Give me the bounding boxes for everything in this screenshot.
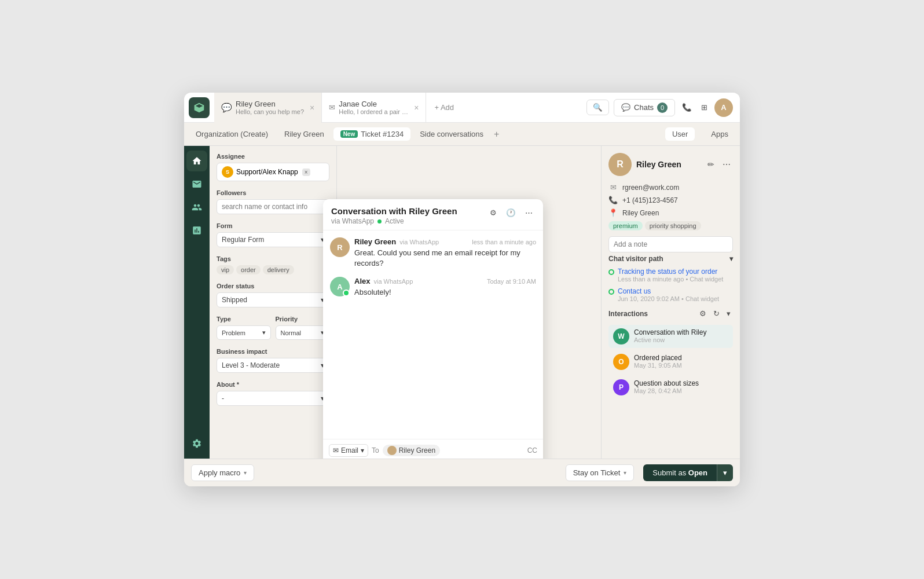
add-tab-button[interactable]: + Add	[426, 103, 462, 112]
compose-type-caret: ▾	[361, 446, 364, 455]
msg-time-0: less than a minute ago	[472, 239, 536, 245]
conv-history-icon[interactable]: 🕐	[504, 206, 518, 219]
nav-tab-add-button[interactable]: +	[494, 129, 499, 140]
type-select[interactable]: Problem ▾	[217, 325, 271, 340]
stay-on-ticket-button[interactable]: Stay on Ticket ▾	[566, 464, 635, 481]
order-status-label: Order status	[217, 283, 329, 290]
nav-tab-apps[interactable]: Apps	[704, 127, 735, 141]
cc-button[interactable]: CC	[527, 446, 537, 455]
user-location: Riley Green	[622, 209, 659, 217]
nav-tab-side-conversations[interactable]: Side conversations	[413, 127, 490, 141]
sidebar-reports[interactable]	[186, 220, 207, 241]
nav-tab-riley-label: Riley Green	[284, 130, 324, 138]
right-user-name: Riley Green	[636, 160, 681, 169]
nav-tab-ticket[interactable]: New Ticket #1234	[333, 127, 411, 141]
interactions-refresh-icon[interactable]: ↻	[711, 307, 722, 320]
search-button[interactable]: 🔍	[586, 100, 609, 115]
tab-name-janae: Janae Cole	[339, 100, 408, 108]
conv-channel: via WhatsApp	[331, 217, 374, 225]
about-select[interactable]: - ▾	[217, 391, 329, 406]
interaction-meta-2: May 28, 0:42 AM	[634, 387, 728, 394]
interaction-riley-conv[interactable]: W Conversation with Riley Active now	[608, 325, 733, 348]
msg-avatar-riley: R	[330, 237, 350, 257]
macro-label: Apply macro	[199, 468, 240, 477]
conv-status: Active	[385, 217, 404, 225]
msg-time-1: Today at 9:10 AM	[487, 278, 536, 285]
order-status-select[interactable]: Shipped ▾	[217, 292, 329, 307]
nav-tab-user[interactable]: User	[665, 127, 695, 141]
msg-sender-0: Riley Green	[354, 237, 396, 246]
sidebar-contacts[interactable]	[186, 197, 207, 218]
interaction-ordered[interactable]: O Ordered placed May 31, 9:05 AM	[608, 350, 733, 373]
stay-caret-icon: ▾	[624, 470, 626, 476]
tab-janae-cole[interactable]: ✉ Janae Cole Hello, I ordered a pair o..…	[322, 93, 426, 123]
recipient-tag[interactable]: Riley Green	[383, 445, 440, 456]
business-impact-value: Level 3 - Moderate	[222, 361, 280, 369]
conv-more-icon[interactable]: ⋯	[523, 206, 535, 219]
more-user-button[interactable]: ⋯	[720, 157, 733, 171]
tags-label: Tags	[217, 255, 329, 262]
to-label: To	[372, 446, 379, 455]
path-link-0[interactable]: Tracking the status of your order	[618, 267, 723, 276]
submit-button[interactable]: Submit as Open	[643, 464, 717, 481]
nav-tab-riley[interactable]: Riley Green	[277, 127, 331, 141]
followers-input[interactable]	[217, 199, 329, 214]
tab-riley-green[interactable]: 💬 Riley Green Hello, can you help me? ×	[214, 93, 322, 123]
interaction-title-0: Conversation with Riley	[634, 328, 728, 336]
tag-priority-shopping[interactable]: priority shopping	[645, 221, 701, 230]
assignee-avatar: S	[222, 166, 233, 178]
tab-close-riley[interactable]: ×	[310, 103, 314, 112]
assignee-remove[interactable]: ×	[302, 168, 310, 176]
bottom-bar: Apply macro ▾ Stay on Ticket ▾ Submit as…	[184, 459, 740, 486]
message-0: R Riley Green via WhatsApp less than a m…	[330, 237, 536, 269]
conv-filter-icon[interactable]: ⚙	[487, 206, 499, 219]
assignee-label: Assignee	[217, 153, 329, 160]
form-label: Form	[217, 222, 329, 229]
user-avatar[interactable]: A	[714, 98, 733, 117]
msg-via-1: via WhatsApp	[373, 278, 413, 285]
priority-select[interactable]: Normal ▾	[276, 325, 330, 340]
business-impact-label: Business impact	[217, 348, 329, 355]
recipient-avatar	[387, 446, 397, 455]
interactions-collapse-icon[interactable]: ▾	[724, 307, 733, 320]
tag-premium[interactable]: premium	[608, 221, 643, 230]
left-sidebar	[184, 146, 210, 459]
email-type-selector[interactable]: ✉ Email ▾	[329, 444, 368, 457]
email-icon: ✉	[608, 183, 618, 192]
tab-chat-icon: 💬	[221, 102, 232, 113]
tab-subtitle-janae: Hello, I ordered a pair o...	[339, 108, 408, 115]
business-impact-select[interactable]: Level 3 - Moderate ▾	[217, 358, 329, 373]
tab-close-janae[interactable]: ×	[414, 103, 419, 112]
tags-row: vip order delivery	[217, 265, 329, 274]
sidebar-settings[interactable]	[186, 433, 207, 454]
interaction-icon-p: P	[613, 379, 629, 395]
assignee-box[interactable]: S Support/Alex Knapp ×	[217, 163, 329, 181]
grid-button[interactable]: ⊞	[699, 101, 710, 114]
interactions-header: Interactions ⚙ ↻ ▾	[608, 307, 733, 320]
interaction-meta-1: May 31, 9:05 AM	[634, 362, 728, 369]
note-input[interactable]	[608, 236, 733, 252]
tag-order[interactable]: order	[236, 265, 261, 274]
nav-tab-org[interactable]: Organization (Create)	[189, 127, 275, 141]
apply-macro-button[interactable]: Apply macro ▾	[191, 464, 254, 481]
path-link-1[interactable]: Contact us	[618, 287, 719, 295]
chats-count: 0	[657, 102, 668, 113]
phone-button[interactable]: 📞	[680, 101, 694, 114]
sidebar-home[interactable]	[186, 151, 207, 171]
sidebar-tickets[interactable]	[186, 174, 207, 195]
nav-tab-side-label: Side conversations	[420, 130, 483, 138]
chats-button[interactable]: 💬 Chats 0	[614, 99, 675, 116]
interaction-sizes[interactable]: P Question about sizes May 28, 0:42 AM	[608, 376, 733, 399]
interaction-meta-0: Active now	[634, 336, 728, 343]
interaction-title-2: Question about sizes	[634, 379, 728, 387]
tag-delivery[interactable]: delivery	[263, 265, 294, 274]
tag-vip[interactable]: vip	[217, 265, 234, 274]
app-logo	[189, 97, 210, 118]
form-select[interactable]: Regular Form ▾	[217, 232, 329, 247]
submit-caret-button[interactable]: ▾	[717, 464, 733, 481]
interactions-filter-icon[interactable]: ⚙	[697, 307, 709, 320]
edit-user-button[interactable]: ✏	[705, 157, 717, 171]
right-user-avatar: R	[608, 153, 632, 176]
chat-visitor-path-toggle[interactable]: ▾	[729, 255, 733, 263]
tab-name-riley: Riley Green	[236, 100, 304, 108]
